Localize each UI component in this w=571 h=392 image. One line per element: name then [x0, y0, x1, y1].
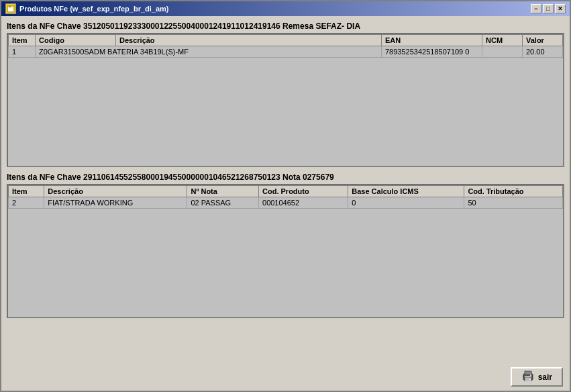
table-1: Item Codigo Descrição EAN NCM Valor 1Z0G… — [8, 34, 563, 58]
col-ean: EAN — [382, 35, 482, 46]
cell-item: 1 — [9, 46, 36, 58]
sair-button[interactable]: sair — [511, 367, 563, 387]
col-codigo: Codigo — [36, 35, 116, 46]
section-2-title: Itens da NFe Chave 291106145525580001945… — [7, 173, 564, 182]
section-2: Itens da NFe Chave 291106145525580001945… — [7, 173, 564, 318]
svg-rect-2 — [9, 6, 11, 7]
table-2-header-row: Item Descrição Nº Nota Cod. Produto Base… — [9, 186, 563, 197]
cell-no-nota: 02 PASSAG — [187, 197, 259, 209]
window-controls: − □ ✕ — [531, 4, 566, 13]
table-row: 2FIAT/STRADA WORKING02 PASSAG00010465205… — [9, 197, 563, 209]
bottom-bar: sair — [1, 363, 570, 391]
col-cod-produto: Cod. Produto — [259, 186, 348, 197]
table-row: 1Z0GAR31500SADM BATERIA 34B19L(S)-MF7893… — [9, 46, 563, 58]
table-1-container: Item Codigo Descrição EAN NCM Valor 1Z0G… — [7, 33, 564, 167]
minimize-button[interactable]: − — [531, 4, 541, 13]
table-2: Item Descrição Nº Nota Cod. Produto Base… — [8, 185, 563, 209]
cell-base-calculo: 0 — [348, 197, 464, 209]
col-ncm: NCM — [482, 35, 523, 46]
svg-rect-4 — [525, 376, 531, 377]
col-descricao-2: Descrição — [44, 186, 187, 197]
maximize-button[interactable]: □ — [543, 4, 554, 13]
col-descricao-1: Descrição — [116, 35, 382, 46]
col-item-1: Item — [9, 35, 36, 46]
cell-item: 2 — [9, 197, 44, 209]
cell-codigo: Z0GAR31500SADM BATERIA 34B19L(S)-MF — [36, 46, 382, 58]
svg-point-10 — [530, 375, 531, 376]
app-icon — [5, 3, 16, 14]
table-1-header-row: Item Codigo Descrição EAN NCM Valor — [9, 35, 563, 46]
svg-rect-9 — [525, 379, 529, 380]
col-base-calculo: Base Calculo ICMS — [348, 186, 464, 197]
cell-descricao: FIAT/STRADA WORKING — [44, 197, 187, 209]
col-no-nota: Nº Nota — [187, 186, 259, 197]
printer-icon — [521, 371, 535, 383]
col-cod-tributacao: Cod. Tributação — [464, 186, 563, 197]
title-bar-left: Produtos NFe (w_sef_exp_nfep_br_di_am) — [5, 3, 169, 14]
col-valor: Valor — [523, 35, 563, 46]
title-bar: Produtos NFe (w_sef_exp_nfep_br_di_am) −… — [1, 1, 570, 16]
cell-ean: 7893525342518507109 0 — [382, 46, 482, 58]
cell-cod-tributacao: 50 — [464, 197, 563, 209]
section-1: Itens da NFe Chave 351205011923330001225… — [7, 21, 564, 167]
svg-rect-1 — [8, 7, 13, 11]
svg-rect-6 — [525, 371, 531, 375]
close-button[interactable]: ✕ — [555, 4, 566, 13]
sair-label: sair — [538, 373, 552, 382]
table-2-body: 2FIAT/STRADA WORKING02 PASSAG00010465205… — [9, 197, 563, 209]
table-1-body: 1Z0GAR31500SADM BATERIA 34B19L(S)-MF7893… — [9, 46, 563, 58]
col-item-2: Item — [9, 186, 44, 197]
cell-ncm — [482, 46, 523, 58]
window-title: Produtos NFe (w_sef_exp_nfep_br_di_am) — [19, 5, 169, 13]
section-1-title: Itens da NFe Chave 351205011923330001225… — [7, 21, 564, 31]
table-2-container: Item Descrição Nº Nota Cod. Produto Base… — [7, 184, 564, 318]
svg-rect-8 — [525, 378, 531, 379]
main-window: Produtos NFe (w_sef_exp_nfep_br_di_am) −… — [0, 0, 571, 392]
cell-valor: 20.00 — [523, 46, 563, 58]
cell-cod-produto: 000104652 — [259, 197, 348, 209]
content-area: Itens da NFe Chave 351205011923330001225… — [1, 16, 570, 363]
